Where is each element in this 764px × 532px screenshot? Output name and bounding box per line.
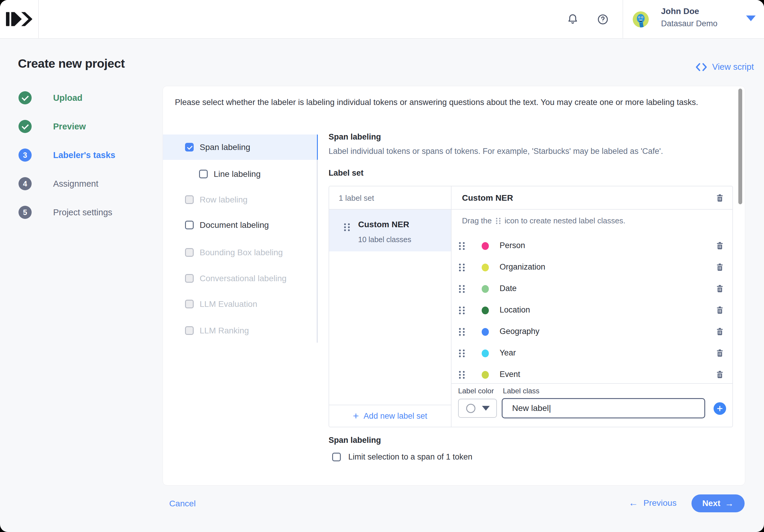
step-number: 4 (19, 177, 32, 190)
panel-header-row (329, 187, 732, 209)
step-label: Preview (53, 122, 86, 132)
task-type-label: Span labeling (200, 143, 250, 152)
account-menu-caret-icon[interactable] (746, 16, 756, 21)
task-type-checkbox[interactable] (185, 195, 194, 204)
trash-icon (715, 370, 724, 379)
delete-label-class-button[interactable] (715, 241, 724, 251)
label-class-name: Organization (499, 262, 545, 272)
step-upload[interactable]: Upload (19, 91, 115, 104)
label-color-dot (482, 349, 489, 357)
delete-label-class-button[interactable] (715, 263, 724, 273)
previous-button[interactable]: ← Previous (629, 497, 676, 508)
limit-span-checkbox[interactable] (332, 453, 341, 461)
task-type-row[interactable]: Bounding Box labeling (163, 240, 317, 265)
task-type-row[interactable]: LLM Evaluation (163, 291, 317, 317)
task-type-row[interactable]: Span labeling (163, 134, 317, 160)
label-class-row: Date (452, 278, 732, 300)
datasaur-logo[interactable] (0, 0, 39, 38)
label-class-row: Geography (452, 321, 732, 342)
task-type-checkbox[interactable] (185, 326, 194, 335)
label-class-name: Event (499, 370, 520, 379)
avatar[interactable] (633, 11, 649, 28)
trash-icon (715, 284, 724, 293)
datasaur-logo-icon (6, 10, 32, 28)
label-set-count: 1 label set (339, 187, 374, 209)
task-detail-heading: Span labeling (328, 132, 381, 142)
label-set-title: Custom NER (462, 187, 513, 209)
drag-handle-icon[interactable] (459, 371, 465, 379)
step-check-icon (19, 120, 32, 133)
task-type-checkbox[interactable] (185, 143, 194, 152)
task-type-checkbox[interactable] (185, 248, 194, 257)
delete-label-class-button[interactable] (715, 370, 724, 380)
task-type-row[interactable]: Document labeling (163, 212, 317, 238)
task-type-checkbox[interactable] (185, 300, 194, 308)
drag-handle-icon (496, 218, 500, 224)
wizard-steps: Upload Preview 3 Labeler's tasks 4 Assig… (19, 91, 115, 234)
delete-label-class-button[interactable] (715, 306, 724, 316)
label-class-name: Geography (499, 327, 540, 336)
delete-label-class-button[interactable] (715, 284, 724, 294)
help-icon (597, 13, 609, 26)
label-set-item[interactable]: Custom NER 10 label classes (329, 209, 451, 251)
bell-icon (566, 13, 579, 26)
task-type-label: Conversational labeling (200, 274, 286, 283)
step-label: Assignment (53, 179, 98, 189)
delete-label-class-button[interactable] (715, 348, 724, 359)
panel-input-divider (452, 383, 732, 384)
add-label-class-button[interactable] (713, 402, 726, 415)
drag-handle-icon[interactable] (459, 285, 465, 293)
drag-hint-suffix: icon to create nested label classes. (505, 216, 626, 225)
help-button[interactable] (597, 13, 609, 26)
task-type-row[interactable]: LLM Ranking (163, 318, 317, 343)
span-labeling-options-heading: Span labeling (328, 436, 381, 445)
task-type-row[interactable]: Line labeling (163, 161, 317, 187)
step-preview[interactable]: Preview (19, 120, 115, 133)
instruction-text: Please select whether the labeler is lab… (175, 97, 739, 107)
label-set-panel: 1 label set Custom NER Custom NER 10 lab… (328, 186, 733, 427)
delete-label-class-button[interactable] (715, 327, 724, 337)
task-type-row[interactable]: Conversational labeling (163, 266, 317, 291)
step-project-settings[interactable]: 5 Project settings (19, 206, 115, 219)
drag-handle-icon[interactable] (459, 328, 465, 336)
drag-handle-icon[interactable] (459, 242, 465, 250)
app-window: John Doe Datasaur Demo Create new projec… (0, 0, 764, 532)
notifications-button[interactable] (566, 13, 579, 26)
add-new-label-set-button[interactable]: + Add new label set (329, 405, 451, 427)
label-class-row: Location (452, 300, 732, 321)
trash-icon (715, 306, 724, 315)
step-assignment[interactable]: 4 Assignment (19, 177, 115, 190)
chevron-down-icon (482, 406, 490, 411)
top-bar: John Doe Datasaur Demo (0, 0, 764, 39)
new-label-class-input[interactable] (502, 398, 705, 418)
step-labelers-tasks[interactable]: 3 Labeler's tasks (19, 149, 115, 162)
next-button[interactable]: Next → (691, 494, 745, 512)
task-type-checkbox[interactable] (185, 221, 194, 229)
step-label: Project settings (53, 207, 112, 217)
label-color-dot (482, 328, 489, 336)
task-type-checkbox[interactable] (185, 274, 194, 283)
step-number: 5 (19, 206, 32, 219)
drag-handle-icon[interactable] (459, 307, 465, 314)
task-detail-description: Label individual tokens or spans of toke… (328, 147, 663, 156)
label-color-dot (482, 285, 489, 293)
label-color-select[interactable] (458, 399, 497, 418)
plus-icon (716, 405, 723, 412)
delete-label-set-button[interactable] (715, 194, 724, 204)
step-number: 3 (19, 149, 32, 162)
task-type-checkbox[interactable] (199, 170, 208, 178)
workspace-name: Datasaur Demo (661, 19, 717, 28)
limit-span-option[interactable]: Limit selection to a span of 1 token (328, 453, 473, 462)
label-class-row: Person (452, 235, 732, 257)
cancel-button[interactable]: Cancel (169, 499, 196, 508)
step-label: Upload (53, 93, 83, 103)
task-type-row[interactable]: Row labeling (163, 187, 317, 212)
drag-handle-icon[interactable] (459, 264, 465, 271)
drag-handle-icon[interactable] (459, 349, 465, 357)
view-script-link[interactable]: View script (695, 62, 754, 72)
next-label: Next (702, 499, 720, 508)
task-type-label: Row labeling (200, 195, 248, 204)
label-class-row: Event (452, 364, 732, 386)
drag-handle-icon[interactable] (344, 223, 350, 231)
task-type-label: Line labeling (214, 169, 261, 179)
